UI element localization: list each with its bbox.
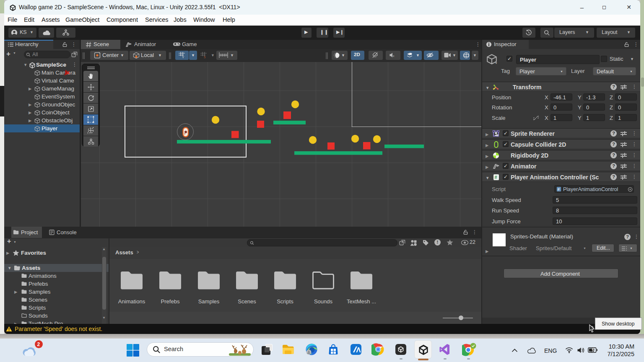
svg-text:x: x xyxy=(393,54,395,57)
svg-text:5: 5 xyxy=(204,55,206,59)
svg-text:#: # xyxy=(558,187,560,191)
svg-text:Y: Y xyxy=(182,55,184,59)
svg-text:#: # xyxy=(495,175,497,180)
